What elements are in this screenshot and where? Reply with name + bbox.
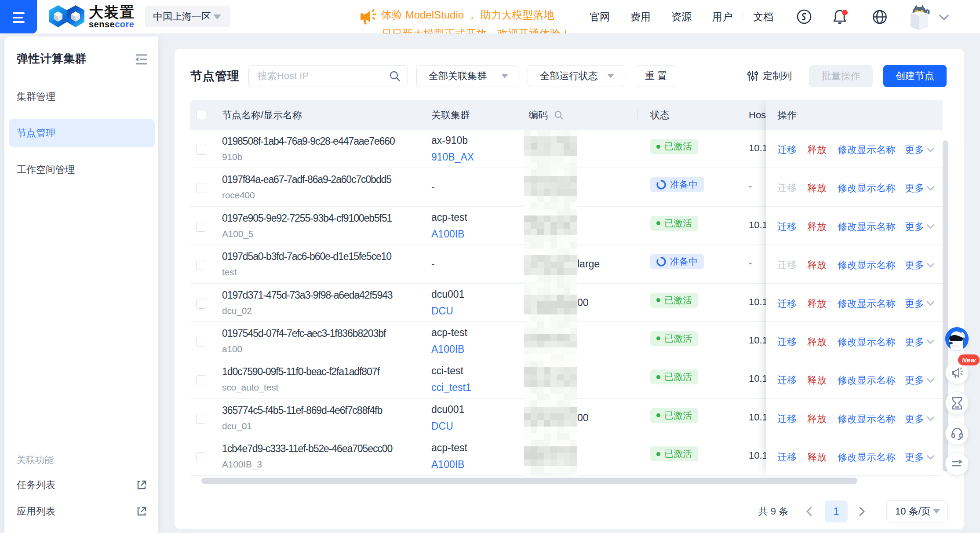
release-action[interactable]: 释放 <box>807 297 827 310</box>
sidebar-link-apps[interactable]: 应用列表 <box>17 505 147 518</box>
release-action[interactable]: 释放 <box>807 182 827 195</box>
notifications-button[interactable] <box>832 9 848 25</box>
rename-action[interactable]: 修改显示名称 <box>838 220 896 234</box>
rename-action[interactable]: 修改显示名称 <box>838 143 896 157</box>
sidebar-item[interactable]: 节点管理 <box>9 119 155 147</box>
release-action[interactable]: 释放 <box>807 451 827 464</box>
user-menu[interactable] <box>906 4 949 31</box>
collapse-sidebar-icon[interactable] <box>135 54 148 65</box>
rename-action[interactable]: 修改显示名称 <box>838 297 896 310</box>
mosaic-cell <box>550 301 557 308</box>
more-actions[interactable]: 更多 <box>905 143 934 157</box>
migrate-action[interactable]: 迁移 <box>777 220 797 234</box>
cluster-link[interactable]: DCU <box>431 305 453 317</box>
more-actions[interactable]: 更多 <box>905 451 934 464</box>
more-actions[interactable]: 更多 <box>905 182 934 195</box>
pagination-prev-button[interactable] <box>802 506 816 517</box>
release-action[interactable]: 释放 <box>807 143 827 157</box>
more-actions[interactable]: 更多 <box>905 413 934 426</box>
create-node-button[interactable]: 创建节点 <box>883 65 947 87</box>
more-actions[interactable]: 更多 <box>905 259 934 272</box>
menu-hamburger-button[interactable] <box>0 0 37 33</box>
cluster-link[interactable]: cci_test1 <box>431 382 471 394</box>
select-all-checkbox[interactable] <box>196 110 206 120</box>
search-icon[interactable] <box>389 70 401 82</box>
column-header-name[interactable]: 节点名称/显示名称 <box>222 100 302 130</box>
migrate-action[interactable]: 迁移 <box>777 259 797 272</box>
migrate-action[interactable]: 迁移 <box>777 413 797 426</box>
cluster-link[interactable]: DCU <box>431 420 453 432</box>
rename-action[interactable]: 修改显示名称 <box>838 182 896 195</box>
column-header-cluster[interactable]: 关联集群 <box>431 100 470 130</box>
row-checkbox[interactable] <box>196 337 206 347</box>
cluster-link[interactable]: 910B_AX <box>431 151 474 163</box>
cluster-link[interactable]: A100IB <box>431 459 464 471</box>
more-actions[interactable]: 更多 <box>905 220 934 234</box>
migrate-action[interactable]: 迁移 <box>777 374 797 387</box>
cluster-link[interactable]: A100IB <box>431 343 464 355</box>
column-search-icon[interactable] <box>554 110 564 120</box>
more-actions[interactable]: 更多 <box>905 374 934 387</box>
history-button[interactable] <box>945 391 969 415</box>
announcement-banner[interactable]: 体验 ModelStudio ， 助力大模型落地 日日新大模型正式开放，欢迎开通… <box>358 0 569 33</box>
batch-actions-button[interactable]: 批量操作 <box>809 65 873 87</box>
column-header-code[interactable]: 编码 <box>528 100 564 130</box>
mosaic-cell <box>531 387 537 394</box>
brand-logo[interactable]: 大装置 sensecore <box>48 5 135 29</box>
pagination-next-button[interactable] <box>856 506 869 517</box>
console-link-button[interactable] <box>797 9 812 24</box>
page-size-select[interactable]: 10 条/页 <box>886 500 947 522</box>
row-checkbox[interactable] <box>196 452 206 462</box>
rename-action[interactable]: 修改显示名称 <box>838 374 896 387</box>
topnav-item[interactable]: 资源 <box>661 10 702 24</box>
row-checkbox[interactable] <box>196 222 206 232</box>
topnav-item[interactable]: 费用 <box>620 10 661 24</box>
column-header-status[interactable]: 状态 <box>650 100 670 130</box>
pagination-current-page[interactable]: 1 <box>825 500 848 522</box>
horizontal-scrollbar[interactable] <box>201 478 857 484</box>
migrate-action[interactable]: 迁移 <box>777 182 797 195</box>
row-checkbox[interactable] <box>196 260 206 270</box>
language-button[interactable] <box>872 9 887 25</box>
release-action[interactable]: 释放 <box>807 336 827 349</box>
more-actions[interactable]: 更多 <box>905 297 934 310</box>
mosaic-cell <box>570 427 577 433</box>
sidebar-link-tasks[interactable]: 任务列表 <box>17 478 147 492</box>
more-actions[interactable]: 更多 <box>905 336 934 349</box>
release-action[interactable]: 释放 <box>807 259 827 272</box>
topnav-item[interactable]: 官网 <box>579 10 620 24</box>
support-button[interactable] <box>945 422 969 445</box>
release-action[interactable]: 释放 <box>807 220 827 234</box>
rename-action[interactable]: 修改显示名称 <box>838 336 896 349</box>
status-filter-select[interactable]: 全部运行状态 <box>528 65 624 87</box>
migrate-action[interactable]: 迁移 <box>777 336 797 349</box>
migrate-action[interactable]: 迁移 <box>777 143 797 157</box>
cluster-filter-select[interactable]: 全部关联集群 <box>416 65 518 87</box>
row-checkbox[interactable] <box>196 183 206 193</box>
sidebar-item[interactable]: 集群管理 <box>9 82 155 111</box>
row-checkbox[interactable] <box>196 145 206 155</box>
rename-action[interactable]: 修改显示名称 <box>838 259 896 272</box>
sidebar-item[interactable]: 工作空间管理 <box>9 155 155 184</box>
vertical-scrollbar[interactable] <box>943 140 948 471</box>
cluster-group: acp-test <box>431 327 467 339</box>
row-checkbox[interactable] <box>196 299 206 309</box>
topnav-item[interactable]: 文档 <box>743 10 783 24</box>
assistant-mascot-button[interactable] <box>945 327 969 350</box>
rename-action[interactable]: 修改显示名称 <box>838 451 896 464</box>
search-input[interactable] <box>258 70 389 82</box>
release-action[interactable]: 释放 <box>807 374 827 387</box>
reset-button[interactable]: 重 置 <box>636 65 676 87</box>
migrate-action[interactable]: 迁移 <box>777 451 797 464</box>
customize-columns-button[interactable]: 定制列 <box>747 65 792 87</box>
mosaic-cell <box>570 387 577 394</box>
collapse-panel-button[interactable] <box>945 452 969 475</box>
cluster-link[interactable]: A100IB <box>431 228 464 240</box>
region-selector[interactable]: 中国上海一区 <box>145 6 230 27</box>
row-checkbox[interactable] <box>196 414 206 424</box>
row-checkbox[interactable] <box>196 375 206 385</box>
rename-action[interactable]: 修改显示名称 <box>838 413 896 426</box>
topnav-item[interactable]: 用户 <box>702 10 743 24</box>
release-action[interactable]: 释放 <box>807 413 827 426</box>
migrate-action[interactable]: 迁移 <box>777 297 797 310</box>
